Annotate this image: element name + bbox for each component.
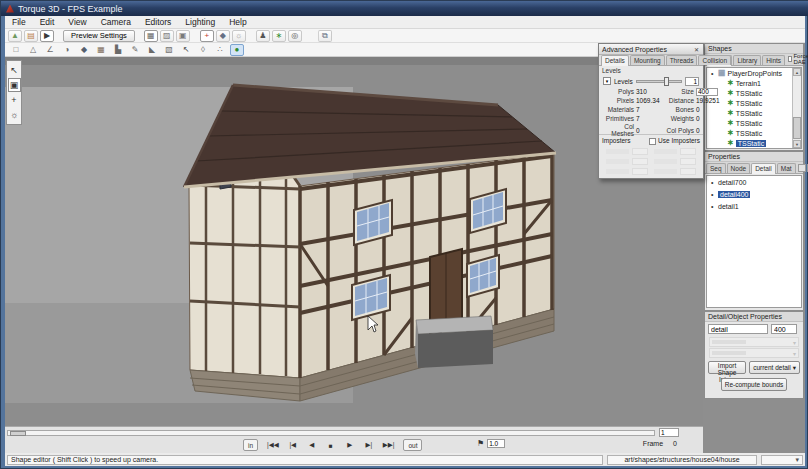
window-layout-icon[interactable]: ⧉	[318, 30, 332, 42]
axis-gizmo-icon[interactable]: ∗	[272, 30, 286, 42]
expander-icon[interactable]: ▾	[603, 77, 611, 85]
levels-value-input[interactable]	[685, 77, 699, 86]
world-editor-icon[interactable]: ▲	[8, 30, 22, 42]
scroll-up-icon[interactable]: ▲	[793, 68, 801, 76]
status-dropdown[interactable]: ▾	[761, 455, 803, 465]
chevron-down-icon: ▾	[793, 364, 796, 372]
angle-tool-icon[interactable]: ∠	[43, 44, 57, 56]
menu-help[interactable]: Help	[222, 16, 253, 29]
light-icon[interactable]: ☼	[232, 30, 246, 42]
player-icon[interactable]: ♟	[256, 30, 270, 42]
frame-input[interactable]	[659, 428, 679, 437]
menu-file[interactable]: File	[5, 16, 33, 29]
detail-item[interactable]: • detail400	[707, 188, 801, 200]
set-out-button[interactable]: out	[403, 439, 422, 451]
step-box	[415, 316, 493, 368]
rotate-tool-icon[interactable]: ☼	[8, 108, 21, 122]
detail-item[interactable]: • detail1	[707, 200, 801, 212]
stamp-icon[interactable]: ▙	[111, 44, 125, 56]
camera-view-icon[interactable]: ▣	[176, 30, 190, 42]
crosshair-icon[interactable]: +	[200, 30, 214, 42]
bounds-icon[interactable]: ▧	[162, 44, 176, 56]
recompute-bounds-button[interactable]: Re-compute bounds	[721, 378, 788, 391]
house-model	[176, 83, 576, 423]
play-button[interactable]: ▶	[345, 439, 355, 451]
scroll-down-icon[interactable]: ▼	[793, 140, 801, 148]
import-shape-button[interactable]: Import Shape Into...	[708, 361, 746, 374]
footsteps-icon[interactable]: ∴	[213, 44, 227, 56]
shield-icon[interactable]: ◆	[216, 30, 230, 42]
material-icon[interactable]: ▦	[94, 44, 108, 56]
polys-label: Polys	[601, 88, 634, 95]
select-tool-icon[interactable]: ▣	[8, 78, 21, 92]
levels-slider[interactable]	[636, 80, 682, 83]
tab-detail[interactable]: Detail	[751, 163, 776, 174]
detail-item[interactable]: • detail700	[707, 176, 801, 188]
current-detail-dropdown[interactable]: current detail ▾	[749, 361, 800, 374]
speed-input[interactable]	[487, 439, 505, 448]
menu-camera[interactable]: Camera	[94, 16, 138, 29]
detail-object-properties-panel: Detail/Object Properties ▾ ▾ Import Shap…	[704, 311, 804, 399]
stop-button[interactable]: ■	[326, 439, 336, 451]
tab-library[interactable]: Library	[733, 55, 761, 65]
tab-mat[interactable]: Mat	[777, 163, 796, 173]
menu-lighting[interactable]: Lighting	[178, 16, 222, 29]
size-input[interactable]	[696, 88, 718, 96]
tab-collision[interactable]: Collision	[698, 55, 731, 65]
brush-icon[interactable]: ✎	[128, 44, 142, 56]
timeline-slider[interactable]	[7, 430, 655, 436]
menu-editors[interactable]: Editors	[138, 16, 178, 29]
jump-start-button[interactable]: |◀◀	[267, 439, 279, 451]
jump-end-button[interactable]: ▶▶|	[383, 439, 395, 451]
move-tool-icon[interactable]: +	[8, 93, 21, 107]
panel-icon-button[interactable]	[798, 164, 806, 172]
tab-node[interactable]: Node	[727, 163, 751, 173]
detail-size-input[interactable]	[771, 324, 797, 334]
tab-details[interactable]: Details	[601, 55, 629, 66]
tree-item-tsstatic[interactable]: ∗ TSStatic	[707, 138, 801, 148]
status-bar: Shape editor ( Shift Click ) to speed up…	[5, 453, 805, 466]
sphere-tool-icon[interactable]: ◑	[60, 44, 74, 56]
pointer-icon[interactable]: ↖	[179, 44, 193, 56]
gui-editor-icon[interactable]: ▤	[24, 30, 38, 42]
force-dae-checkbox[interactable]	[788, 56, 792, 62]
disabled-property-row: ▾	[709, 348, 799, 358]
close-icon[interactable]: ✕	[693, 46, 700, 53]
animation-playback-bar: in|◀◀|◀◀■▶▶|▶▶|out ⚑ Frame0	[5, 426, 703, 453]
tab-seq[interactable]: Seq	[706, 163, 726, 173]
lamp-icon[interactable]: ◊	[196, 44, 210, 56]
gizmo-tool-palette: ↖▣+☼	[6, 60, 22, 125]
wireframe-icon[interactable]: △	[26, 44, 40, 56]
tab-hints[interactable]: Hints	[762, 55, 785, 65]
scene-tree-scrollbar[interactable]: ▲ ▼	[792, 68, 801, 148]
menu-edit[interactable]: Edit	[33, 16, 62, 29]
timeline-thumb[interactable]	[10, 431, 26, 436]
tab-threads[interactable]: Threads	[666, 55, 698, 65]
flag-icon: ⚑	[477, 439, 484, 448]
shape-editor-icon[interactable]: ●	[230, 44, 244, 56]
grid-snap-icon[interactable]: ▦	[144, 30, 158, 42]
scrollbar-thumb[interactable]	[793, 117, 801, 139]
tree-item-playerdroppoints[interactable]: • ▦ PlayerDropPoints	[707, 68, 801, 78]
tab-mounting[interactable]: Mounting	[630, 55, 665, 65]
shield-dark-icon[interactable]: ◆	[77, 44, 91, 56]
detail-name-input[interactable]	[708, 324, 768, 334]
step-forward-button[interactable]: ▶|	[364, 439, 374, 451]
texture-toggle-icon[interactable]: ▨	[160, 30, 174, 42]
levels-slider-thumb[interactable]	[664, 77, 669, 86]
tree-item-terrain[interactable]: ∗ Terrain1	[707, 78, 801, 88]
menu-view[interactable]: View	[61, 16, 93, 29]
selection-rect-icon[interactable]: □	[9, 44, 23, 56]
right-panel-column: Shapes SceneLibraryHints Force DAE • ▦ P…	[703, 43, 805, 453]
orbit-icon[interactable]: ◎	[288, 30, 302, 42]
menu-bar: FileEditViewCameraEditorsLightingHelp	[5, 16, 805, 29]
title-bar: Torque 3D - FPS Example	[1, 1, 808, 16]
play-game-icon[interactable]: ▶	[40, 30, 54, 42]
wedge-icon[interactable]: ◣	[145, 44, 159, 56]
set-in-button[interactable]: in	[243, 439, 258, 451]
pointer-tool-icon[interactable]: ↖	[8, 63, 21, 77]
use-imposters-checkbox[interactable]	[649, 138, 656, 145]
preview-settings-button[interactable]: Preview Settings	[63, 30, 135, 42]
play-reverse-button[interactable]: ◀	[307, 439, 317, 451]
step-back-button[interactable]: |◀	[288, 439, 298, 451]
